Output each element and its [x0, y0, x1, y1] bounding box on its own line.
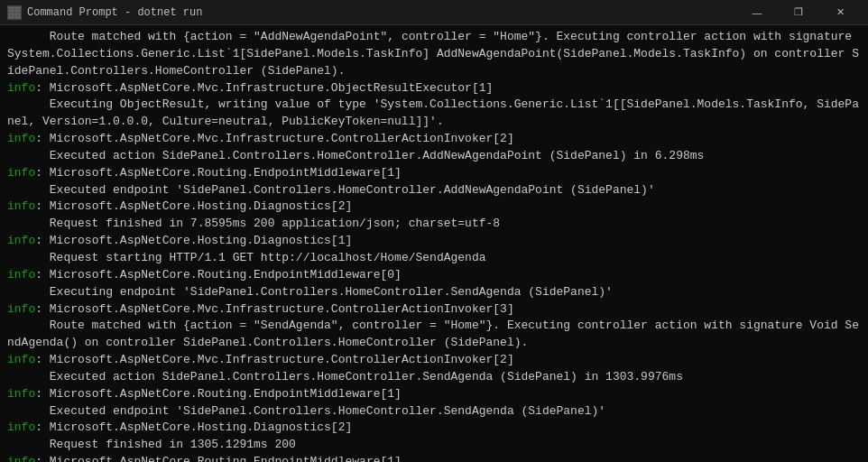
console-line: Request finished in 7.8595ms 200 applica…	[7, 216, 861, 233]
console-line: info: Microsoft.AspNetCore.Routing.Endpo…	[7, 454, 861, 462]
console-output: Route matched with {action = "AddNewAgen…	[0, 25, 868, 462]
console-line: info: Microsoft.AspNetCore.Mvc.Infrastru…	[7, 131, 861, 148]
window-icon	[7, 5, 22, 20]
console-line: info: Microsoft.AspNetCore.Hosting.Diagn…	[7, 199, 861, 216]
console-line: Executing ObjectResult, writing value of…	[7, 97, 861, 131]
console-line: Route matched with {action = "SendAgenda…	[7, 318, 861, 352]
title-bar: Command Prompt - dotnet run — ❐ ✕	[0, 0, 868, 25]
svg-rect-1	[15, 7, 20, 12]
svg-rect-0	[9, 7, 14, 12]
window-container: Command Prompt - dotnet run — ❐ ✕ Route …	[0, 0, 868, 462]
console-line: info: Microsoft.AspNetCore.Mvc.Infrastru…	[7, 352, 861, 369]
console-line: info: Microsoft.AspNetCore.Routing.Endpo…	[7, 267, 861, 284]
title-bar-left: Command Prompt - dotnet run	[7, 5, 202, 20]
console-line: Executing endpoint 'SidePanel.Controller…	[7, 284, 861, 301]
close-button[interactable]: ✕	[819, 0, 861, 25]
console-line: Executed action SidePanel.Controllers.Ho…	[7, 148, 861, 165]
console-line: Executed endpoint 'SidePanel.Controllers…	[7, 403, 861, 420]
console-line: Request finished in 1305.1291ms 200	[7, 437, 861, 454]
svg-rect-3	[15, 14, 20, 18]
svg-rect-2	[9, 14, 14, 18]
console-line: Executed endpoint 'SidePanel.Controllers…	[7, 182, 861, 199]
maximize-button[interactable]: ❐	[778, 0, 819, 25]
console-line: Route matched with {action = "AddNewAgen…	[7, 29, 861, 80]
console-line: info: Microsoft.AspNetCore.Mvc.Infrastru…	[7, 301, 861, 319]
console-line: info: Microsoft.AspNetCore.Routing.Endpo…	[7, 165, 861, 182]
console-line: info: Microsoft.AspNetCore.Mvc.Infrastru…	[7, 80, 861, 97]
console-line: info: Microsoft.AspNetCore.Hosting.Diagn…	[7, 233, 861, 250]
minimize-button[interactable]: —	[736, 0, 778, 25]
console-line: Executed action SidePanel.Controllers.Ho…	[7, 369, 861, 386]
window-title: Command Prompt - dotnet run	[27, 6, 202, 19]
console-line: Request starting HTTP/1.1 GET http://loc…	[7, 250, 861, 267]
console-line: info: Microsoft.AspNetCore.Hosting.Diagn…	[7, 420, 861, 437]
title-bar-controls: — ❐ ✕	[736, 0, 861, 25]
console-line: info: Microsoft.AspNetCore.Routing.Endpo…	[7, 386, 861, 403]
